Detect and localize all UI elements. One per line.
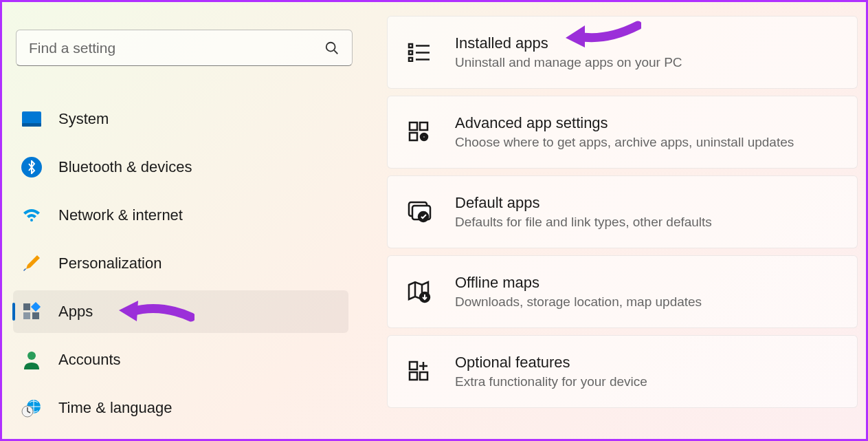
grid-plus-icon	[407, 359, 432, 384]
sidebar-item-label: Bluetooth & devices	[58, 158, 192, 176]
brush-icon	[21, 253, 42, 274]
map-icon	[407, 279, 432, 304]
sidebar-item-time-language[interactable]: Time & language	[13, 387, 348, 429]
svg-point-8	[27, 352, 36, 360]
search-input[interactable]	[29, 40, 324, 56]
wifi-icon	[21, 205, 42, 226]
sidebar-item-label: Accounts	[58, 351, 121, 369]
card-title: Installed apps	[455, 34, 682, 52]
card-subtitle: Choose where to get apps, archive apps, …	[455, 135, 794, 150]
svg-rect-30	[410, 362, 417, 369]
card-default-apps[interactable]: Default apps Defaults for file and link …	[387, 175, 858, 248]
list-icon	[407, 40, 432, 65]
sidebar-item-apps[interactable]: Apps	[13, 290, 348, 333]
search-box[interactable]	[16, 30, 353, 66]
card-installed-apps[interactable]: Installed apps Uninstall and manage apps…	[387, 16, 858, 89]
sidebar-item-label: System	[58, 110, 109, 128]
search-icon	[324, 41, 340, 56]
svg-rect-3	[22, 123, 41, 127]
sidebar-item-bluetooth[interactable]: Bluetooth & devices	[13, 146, 348, 189]
svg-rect-31	[410, 372, 417, 380]
sidebar-item-label: Time & language	[58, 399, 173, 417]
apps-icon	[21, 301, 42, 322]
card-subtitle: Uninstall and manage apps on your PC	[455, 55, 682, 70]
svg-rect-15	[409, 58, 412, 61]
svg-point-23	[423, 136, 425, 138]
card-title: Advanced app settings	[455, 114, 794, 132]
sidebar-item-label: Personalization	[58, 255, 162, 272]
sidebar-item-label: Network & internet	[58, 206, 183, 224]
default-apps-icon	[407, 200, 432, 224]
bluetooth-icon	[21, 157, 42, 178]
card-optional-features[interactable]: Optional features Extra functionality fo…	[387, 335, 858, 408]
system-icon	[21, 109, 42, 129]
settings-main: Installed apps Uninstall and manage apps…	[359, 2, 866, 439]
svg-rect-19	[410, 122, 417, 130]
card-title: Offline maps	[455, 274, 702, 292]
sidebar-item-system[interactable]: System	[13, 98, 348, 140]
card-title: Optional features	[455, 354, 647, 372]
person-icon	[21, 349, 42, 370]
svg-line-1	[334, 50, 337, 54]
card-offline-maps[interactable]: Offline maps Downloads, storage location…	[387, 255, 858, 328]
card-advanced-app-settings[interactable]: Advanced app settings Choose where to ge…	[387, 96, 858, 169]
svg-rect-13	[409, 44, 412, 47]
svg-point-0	[326, 42, 335, 51]
card-subtitle: Defaults for file and link types, other …	[455, 215, 712, 230]
sidebar-item-network[interactable]: Network & internet	[13, 194, 348, 237]
svg-rect-6	[23, 312, 30, 319]
svg-rect-20	[420, 122, 427, 130]
clock-globe-icon	[21, 398, 42, 418]
svg-rect-5	[31, 302, 41, 312]
svg-rect-7	[32, 312, 39, 319]
svg-rect-21	[410, 133, 417, 140]
svg-rect-32	[420, 372, 427, 380]
svg-rect-14	[409, 51, 412, 54]
sidebar-item-personalization[interactable]: Personalization	[13, 242, 348, 285]
card-title: Default apps	[455, 194, 712, 212]
svg-rect-4	[23, 303, 30, 310]
card-subtitle: Downloads, storage location, map updates	[455, 294, 702, 310]
sidebar-item-label: Apps	[58, 303, 93, 321]
card-subtitle: Extra functionality for your device	[455, 374, 647, 389]
grid-gear-icon	[407, 120, 432, 144]
settings-sidebar: System Bluetooth & devices Network & int…	[2, 2, 359, 439]
sidebar-item-accounts[interactable]: Accounts	[13, 338, 348, 381]
